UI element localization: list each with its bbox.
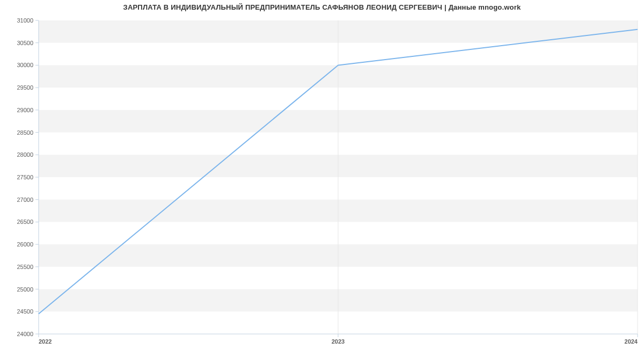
y-tick-label: 24500 [17,308,33,315]
y-tick-label: 27000 [17,197,33,203]
plot-area: 2400024500250002550026000265002700027500… [39,20,638,334]
y-tick-label: 28500 [17,129,33,136]
x-tick-label: 2022 [39,338,52,345]
x-tick-label: 2023 [332,338,345,345]
y-tick-label: 29500 [17,84,33,91]
salary-chart: ЗАРПЛАТА В ИНДИВИДУАЛЬНЫЙ ПРЕДПРИНИМАТЕЛ… [0,0,644,349]
y-tick-label: 30000 [17,62,33,68]
y-tick-label: 26500 [17,219,33,225]
y-tick-label: 25000 [17,286,33,293]
y-tick-label: 31000 [17,17,33,24]
y-tick-label: 27500 [17,174,33,180]
y-tick-label: 25500 [17,264,33,270]
y-tick-label: 26000 [17,241,33,248]
x-tick-label: 2024 [625,338,638,345]
y-tick-label: 29000 [17,107,33,113]
chart-title: ЗАРПЛАТА В ИНДИВИДУАЛЬНЫЙ ПРЕДПРИНИМАТЕЛ… [0,3,644,11]
y-tick-label: 30500 [17,40,33,46]
y-tick-label: 24000 [17,331,33,337]
chart-svg: 2400024500250002550026000265002700027500… [39,20,638,334]
y-tick-label: 28000 [17,151,33,158]
